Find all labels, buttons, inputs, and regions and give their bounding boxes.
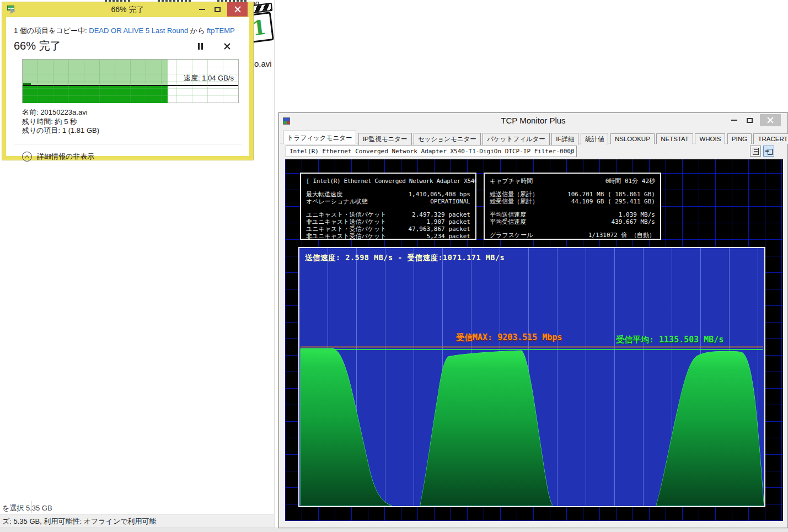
monitor-panel: [ Intel(R) Ethernet Converged Network Ad… bbox=[285, 159, 783, 521]
info-row: 総受信量（累計）44.109 GB ( 295.411 GB) bbox=[490, 198, 655, 205]
time-remaining-label: 残り時間: 約 5 秒 bbox=[22, 117, 242, 127]
maximize-icon bbox=[215, 7, 221, 12]
copy-destination-link[interactable]: ftpTEMP bbox=[207, 26, 235, 35]
log-list-icon bbox=[753, 148, 759, 155]
traffic-graph-plot bbox=[299, 248, 764, 506]
items-remaining-label: 残りの項目: 1 (1.81 GB) bbox=[22, 126, 242, 136]
pause-icon bbox=[198, 43, 200, 50]
adapter-info-box: [ Intel(R) Ethernet Converged Network Ad… bbox=[300, 173, 476, 240]
details-toggle-label: 詳細情報の非表示 bbox=[37, 152, 94, 162]
tcp-monitor-titlebar[interactable]: TCP Monitor Plus bbox=[279, 113, 787, 128]
info-row: グラフスケール1/131072 倍 （自動） bbox=[490, 232, 655, 239]
receive-average-label: 受信平均: 1135.503 MB/s bbox=[616, 335, 723, 345]
copy-dialog-body: 1 個の項目をコピー中: DEAD OR ALIVE 5 Last Round … bbox=[6, 17, 249, 156]
tab-tracert[interactable]: TRACERT bbox=[753, 133, 788, 144]
maximize-button[interactable] bbox=[210, 2, 224, 17]
close-icon bbox=[234, 6, 241, 13]
bottom-window-edge bbox=[0, 528, 788, 532]
tcp-monitor-title: TCP Monitor Plus bbox=[279, 116, 787, 125]
file-name-label: 名前: 20150223a.avi bbox=[22, 108, 242, 117]
details-toggle[interactable]: 詳細情報の非表示 bbox=[22, 152, 242, 162]
info-row: キャプチャ時間0時間 01分 42秒 bbox=[490, 178, 655, 185]
info-row: ユニキャスト・送信パケット2,497,329 packet bbox=[306, 211, 470, 218]
explorer-status-bar: ズ: 5.35 GB, 利用可能性: オフラインで利用可能 bbox=[0, 514, 274, 528]
close-button[interactable] bbox=[227, 2, 248, 17]
capture-stats-box: キャプチャ時間0時間 01分 42秒 総送信量（累計）106.701 MB ( … bbox=[484, 173, 661, 240]
adapter-select[interactable]: Intel(R) Ethernet Converged Network Adap… bbox=[286, 146, 577, 157]
receive-average-line bbox=[301, 349, 763, 350]
pin-window-button[interactable] bbox=[763, 146, 774, 157]
adapter-info-header: [ Intel(R) Ethernet Converged Network Ad… bbox=[306, 178, 470, 185]
traffic-graph: 送信速度: 2.598 MB/s - 受信速度:1071.171 MB/s 受信… bbox=[298, 247, 765, 507]
tab-packet-filter[interactable]: パケットフィルター bbox=[483, 133, 550, 145]
minimize-icon bbox=[731, 120, 737, 121]
tab-whois[interactable]: WHOIS bbox=[695, 133, 725, 144]
copy-dialog-titlebar[interactable]: 66% 完了 bbox=[2, 2, 253, 17]
file-copy-dialog: 66% 完了 1 個の項目をコピー中: DEAD OR ALIVE 5 Last… bbox=[2, 2, 254, 160]
close-button[interactable] bbox=[760, 114, 781, 126]
receive-max-label: 受信MAX: 9203.515 Mbps bbox=[456, 332, 562, 343]
info-row: ユニキャスト・受信パケット47,963,867 packet bbox=[306, 225, 470, 233]
adapter-select-value: Intel(R) Ethernet Converged Network Adap… bbox=[290, 148, 575, 155]
chevron-up-circle-icon bbox=[22, 152, 32, 162]
info-row: 非ユニキャスト送信パケット1,907 packet bbox=[306, 218, 470, 225]
info-row: 平均送信速度1.039 MB/s bbox=[490, 211, 655, 218]
tab-ping[interactable]: PING bbox=[727, 133, 752, 144]
copy-description-prefix: 1 個の項目をコピー中: bbox=[14, 26, 89, 35]
copy-source-link[interactable]: DEAD OR ALIVE 5 Last Round bbox=[89, 26, 188, 35]
tcp-monitor-window: TCP Monitor Plus トラフィックモニター IP監視モニター セッシ… bbox=[278, 112, 788, 528]
minimize-icon bbox=[199, 9, 205, 10]
minimize-button[interactable] bbox=[195, 2, 209, 17]
copy-description: 1 個の項目をコピー中: DEAD OR ALIVE 5 Last Round … bbox=[14, 26, 242, 36]
progress-percent-label: 66% 完了 bbox=[14, 39, 61, 53]
pause-icon bbox=[201, 43, 203, 50]
log-view-button[interactable] bbox=[750, 146, 761, 157]
maximize-button[interactable] bbox=[742, 113, 757, 127]
explorer-pane-divider bbox=[274, 0, 275, 528]
tab-traffic-monitor[interactable]: トラフィックモニター bbox=[283, 131, 356, 144]
adapter-toolbar: Intel(R) Ethernet Converged Network Adap… bbox=[279, 143, 787, 160]
tab-ip-watch-monitor[interactable]: IP監視モニター bbox=[358, 133, 412, 145]
tab-nslookup[interactable]: NSLOOKUP bbox=[610, 133, 655, 144]
copy-description-middle: から bbox=[188, 26, 207, 35]
pin-icon bbox=[765, 149, 773, 154]
tab-session-monitor[interactable]: セッションモニター bbox=[414, 133, 481, 145]
transfer-speed-graph: 速度: 1.04 GB/s bbox=[22, 59, 239, 103]
video-file-label[interactable]: o.avi bbox=[254, 59, 272, 68]
tab-statistics[interactable]: 統計値 bbox=[581, 133, 609, 145]
info-row: 総送信量（累計）106.701 MB ( 185.861 GB) bbox=[490, 191, 655, 198]
info-row: 最大転送速度1,410,065,408 bps bbox=[306, 191, 470, 198]
tab-bar: トラフィックモニター IP監視モニター セッションモニター パケットフィルター … bbox=[279, 131, 787, 143]
maximize-icon bbox=[747, 118, 753, 123]
info-row: 平均受信速度439.667 MB/s bbox=[490, 218, 655, 225]
dialog-divider bbox=[14, 144, 242, 144]
receive-max-line bbox=[301, 347, 763, 348]
current-speed-readout: 送信速度: 2.598 MB/s - 受信速度:1071.171 MB/s bbox=[305, 253, 505, 263]
info-row: オペレーショナル状態OPERATIONAL bbox=[306, 198, 470, 205]
tab-netstat[interactable]: NETSTAT bbox=[656, 133, 693, 144]
close-icon bbox=[767, 117, 774, 123]
pause-button[interactable] bbox=[198, 43, 203, 50]
cancel-copy-button[interactable] bbox=[224, 43, 230, 50]
tab-if-detail[interactable]: IF詳細 bbox=[551, 133, 578, 145]
status-separator bbox=[31, 501, 32, 513]
speed-value-label: 速度: 1.04 GB/s bbox=[184, 73, 234, 83]
minimize-button[interactable] bbox=[727, 113, 741, 127]
explorer-selection-status: を選択 5.35 GB bbox=[2, 503, 52, 513]
info-row: 非ユニキャスト受信パケット5,234 packet bbox=[306, 233, 470, 240]
